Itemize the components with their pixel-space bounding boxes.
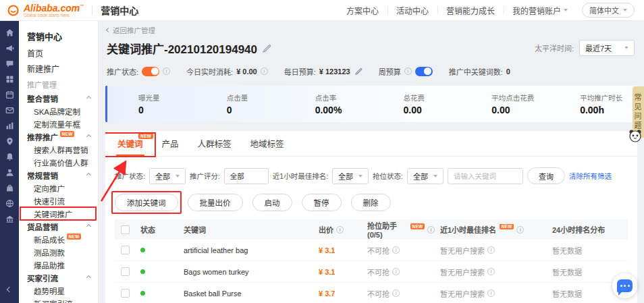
- sidebar-item-new-product-growth[interactable]: 新品成长NEW: [19, 233, 98, 246]
- chat-support-button[interactable]: [612, 273, 637, 298]
- date-range-select[interactable]: 最近7天: [579, 40, 635, 56]
- sidebar-item-new-buyer-traffic[interactable]: 新买家引流: [19, 297, 98, 303]
- user-icon[interactable]: [5, 168, 14, 177]
- best-rank-select[interactable]: 全部: [332, 168, 369, 184]
- sidebar-item-trend-star[interactable]: 趋势明星: [19, 284, 98, 297]
- col-status: 状态: [135, 224, 178, 235]
- info-icon: [487, 246, 495, 254]
- grab-status-select[interactable]: 全部: [407, 168, 444, 184]
- sidebar-item-new-campaign[interactable]: 新建推广: [19, 61, 98, 76]
- sidebar-item-product-testing[interactable]: 测品测款: [19, 246, 98, 258]
- chevron-down-icon: [564, 9, 568, 11]
- top-header: Alibaba.com™ Global trade starts here. 营…: [0, 0, 644, 20]
- daily-budget-label: 每日预算:: [284, 66, 316, 77]
- best-rank-cell: 暂无用户搜索: [435, 288, 547, 299]
- sidebar-item-quick-traffic[interactable]: 快速引流: [19, 194, 98, 207]
- rank-dist-text: 暂无数据: [552, 267, 582, 277]
- sidebar-item-recommended-promotion[interactable]: 推荐推广NEW: [19, 130, 98, 143]
- col-label: 关键词: [184, 224, 206, 235]
- top-nav-item-activity-center[interactable]: 活动中心: [387, 0, 437, 20]
- select-all-checkbox[interactable]: [121, 225, 130, 234]
- collapse-sidebar-button[interactable]: [5, 281, 14, 296]
- sidebar-item-product-marketing[interactable]: 货品营销: [19, 220, 98, 233]
- sidebar: 营销中心 首页新建推广推广管理整合营销SKA品牌定制定制流量年框推荐推广NEW搜…: [19, 20, 99, 303]
- sidebar-item-home[interactable]: 首页: [19, 45, 98, 61]
- bid-value[interactable]: ¥ 3.7: [319, 290, 335, 298]
- add-keyword-button[interactable]: 添加关键词: [115, 194, 178, 211]
- bank-icon[interactable]: [5, 215, 14, 223]
- sidebar-item-label: 买家引流: [27, 273, 58, 283]
- apps-icon[interactable]: [5, 75, 14, 84]
- row-checkbox[interactable]: [121, 246, 130, 254]
- promo-status-select[interactable]: 全部: [149, 168, 186, 184]
- pause-button[interactable]: 暂停: [302, 194, 342, 211]
- message-icon[interactable]: [5, 106, 14, 115]
- language-selector[interactable]: 简体中文: [582, 3, 635, 18]
- best-rank-cell: 暂无用户搜索: [435, 267, 547, 277]
- daily-budget: 每日预算: ¥ 123123: [284, 66, 363, 77]
- keyword-search-input[interactable]: [448, 168, 523, 184]
- bell-icon[interactable]: [5, 153, 14, 161]
- stat-label: 点击率: [315, 92, 373, 103]
- sidebar-item-industry-high-value-audience[interactable]: 行业高价值人群: [19, 156, 98, 169]
- top-nav-item-my-marketing-account[interactable]: 我的营销账户: [504, 0, 576, 20]
- tab-product[interactable]: 产品: [153, 131, 188, 156]
- page-title-row: 关键词推广-20210120194940 太平洋时间: 最近7天: [107, 39, 635, 57]
- sidebar-item-label: 新买家引流: [34, 298, 73, 303]
- top-nav-item-solution-center[interactable]: 方案中心: [338, 0, 387, 20]
- sidebar-item-hot-product-boost[interactable]: 爆品助推: [19, 258, 98, 271]
- weekly-budget-toggle[interactable]: [415, 67, 433, 76]
- chart-icon[interactable]: [5, 121, 14, 130]
- info-icon: [163, 67, 170, 75]
- promo-status-toggle[interactable]: [142, 67, 159, 76]
- sidebar-item-ska-brand-custom[interactable]: SKA品牌定制: [19, 105, 98, 117]
- checkbox-cell: [115, 267, 135, 276]
- edit-budget-icon[interactable]: [355, 67, 363, 75]
- stat-value: 0.00: [403, 105, 460, 115]
- promo-icon[interactable]: [5, 44, 14, 53]
- start-button[interactable]: 启动: [252, 194, 292, 211]
- stat-5: 平均推广时长0.00h: [549, 92, 637, 115]
- today-spend: 今日实时消耗: ¥ 0.00: [186, 66, 268, 77]
- chevron-down-icon: [358, 175, 363, 177]
- breadcrumb-back[interactable]: 返回推广管理: [107, 26, 155, 34]
- sidebar-item-keyword-promotion[interactable]: 关键词推广: [19, 207, 98, 220]
- sidebar-item-search-audience-remarketing[interactable]: 搜索人群再营销: [19, 143, 98, 156]
- row-checkbox[interactable]: [121, 267, 130, 276]
- rank-dist-cell: 暂无数据: [547, 245, 628, 256]
- sidebar-item-label: 推荐推广: [27, 132, 58, 142]
- col-label: 出价: [319, 224, 333, 235]
- bid-value[interactable]: ¥ 3.1: [319, 246, 335, 254]
- bag-icon[interactable]: [5, 184, 14, 192]
- table-row: Bags women turkey¥ 3.1不可抢暂无用户搜索暂无数据: [115, 261, 628, 283]
- sidebar-item-buyer-acquisition[interactable]: 买家引流: [19, 271, 98, 284]
- icon-rail-list: [5, 28, 14, 223]
- delete-button[interactable]: 删除: [351, 194, 391, 211]
- top-nav-item-marketing-growth[interactable]: 营销能力成长: [437, 0, 504, 20]
- query-button[interactable]: 查询: [527, 167, 565, 184]
- breadcrumb-label: 返回推广管理: [113, 25, 155, 35]
- row-checkbox[interactable]: [121, 289, 130, 298]
- location-icon[interactable]: [5, 137, 14, 146]
- promo-score-filter-label: 推广评分:: [190, 171, 220, 181]
- today-spend-value: ¥ 0.00: [236, 67, 257, 76]
- clear-all-filters-link[interactable]: 清除所有筛选: [569, 171, 612, 181]
- sidebar-item-integrated-marketing[interactable]: 整合营销: [19, 92, 98, 105]
- calendar-icon[interactable]: [5, 90, 14, 99]
- edit-title-icon[interactable]: [263, 44, 271, 53]
- tab-audience-tags[interactable]: 人群标签: [188, 131, 241, 156]
- alibaba-logo[interactable]: Alibaba.com™ Global trade starts here.: [7, 2, 84, 18]
- batch-bid-button[interactable]: 批量出价: [188, 194, 243, 211]
- tab-keyword[interactable]: 关键词NEW: [108, 131, 153, 156]
- sidebar-item-targeted-promotion[interactable]: 定向推广: [19, 182, 98, 194]
- mascot-icon[interactable]: [628, 128, 642, 145]
- chat-icon[interactable]: [5, 59, 14, 68]
- tab-region-tags[interactable]: 地域标签: [241, 131, 294, 156]
- home-icon[interactable]: [5, 28, 14, 37]
- sidebar-item-regular-marketing[interactable]: 常规营销: [19, 169, 98, 182]
- bid-value[interactable]: ¥ 3.1: [319, 268, 335, 276]
- col-best-rank-1h: 近1小时最佳排名NEW: [435, 224, 547, 235]
- sidebar-item-custom-traffic-frame[interactable]: 定制流量年框: [19, 117, 98, 130]
- globe-icon[interactable]: [5, 199, 14, 208]
- promo-score-input[interactable]: [224, 168, 269, 184]
